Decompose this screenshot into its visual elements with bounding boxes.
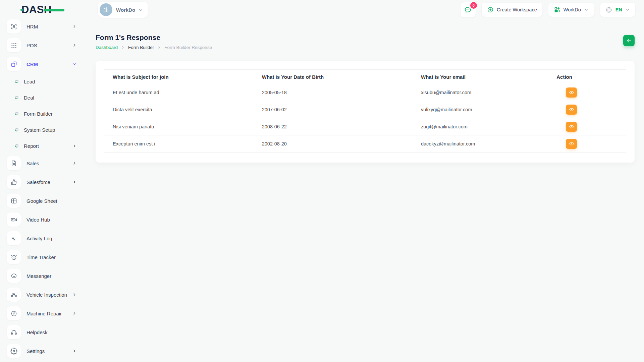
notification-badge: 0	[470, 2, 477, 9]
back-button[interactable]	[623, 35, 635, 46]
sidebar-item-crm[interactable]: CRM	[0, 55, 86, 73]
create-workspace-label: Create Workspace	[497, 7, 537, 12]
chevron-right-icon	[157, 46, 161, 49]
arrow-left-icon	[626, 38, 632, 44]
cell-dob: 2007-06-02	[254, 101, 413, 118]
sidebar-item-pos[interactable]: POS	[0, 36, 86, 55]
gear-icon	[7, 344, 21, 358]
breadcrumb: Dashboard Form Builder Form Builder Resp…	[96, 45, 212, 50]
sidebar-item-machine-repair[interactable]: Machine Repair	[0, 304, 86, 323]
table-header-row: What is Subject for join What is Your Da…	[104, 70, 626, 84]
chevron-right-icon	[72, 180, 77, 184]
breadcrumb-form-builder[interactable]: Form Builder	[128, 45, 154, 50]
document-icon	[7, 156, 21, 170]
thumbs-up-icon	[7, 175, 21, 189]
sidebar-item-form-builder[interactable]: Form Builder	[0, 106, 86, 122]
chevron-down-icon	[625, 7, 630, 12]
cell-dob: 2008-06-22	[254, 118, 413, 135]
chevron-right-icon	[72, 311, 77, 316]
column-header-dob: What is Your Date of Birth	[254, 70, 413, 84]
column-header-action: Action	[548, 70, 626, 84]
workspace-name: WorkDo	[116, 7, 135, 13]
chevron-right-icon	[72, 292, 77, 297]
sidebar-item-activity-log[interactable]: Activity Log	[0, 229, 86, 248]
sidebar-item-google-sheet[interactable]: Google Sheet	[0, 191, 86, 210]
create-workspace-button[interactable]: Create Workspace	[482, 3, 542, 17]
chevron-right-icon	[72, 161, 77, 166]
chevron-right-icon	[72, 349, 77, 353]
pulse-icon	[7, 231, 21, 245]
sidebar-item-hrm[interactable]: HRM	[0, 19, 86, 36]
chevron-down-icon	[584, 7, 589, 12]
bullet-icon	[15, 128, 18, 131]
table-row: Excepturi enim est i 2002-08-20 dacokyz@…	[104, 135, 626, 153]
workspace-grid-icon	[554, 6, 560, 13]
view-response-button[interactable]	[566, 87, 577, 98]
globe-icon	[605, 6, 612, 13]
table-row: Dicta velit exercita 2007-06-02 vulixyq@…	[104, 101, 626, 118]
view-response-button[interactable]	[566, 105, 577, 115]
cell-subject: Et est unde harum ad	[104, 84, 254, 101]
hrm-icon	[7, 19, 21, 34]
gauge-icon	[7, 306, 21, 320]
cell-dob: 2002-08-20	[254, 135, 413, 153]
eye-icon	[569, 107, 574, 112]
sidebar-item-video-hub[interactable]: Video Hub	[0, 210, 86, 229]
workspace-avatar	[100, 3, 112, 16]
app-logo: DASH	[21, 4, 65, 16]
cell-subject: Excepturi enim est i	[104, 135, 254, 153]
sidebar-item-helpdesk[interactable]: Helpdesk	[0, 323, 86, 342]
cell-email: xisubu@mailinator.com	[413, 84, 548, 101]
messages-button[interactable]: 0	[461, 2, 476, 17]
cell-email: vulixyq@mailinator.com	[413, 101, 548, 118]
bullet-icon	[15, 96, 18, 99]
building-icon	[102, 6, 110, 13]
chevron-right-icon	[72, 144, 77, 148]
language-dropdown[interactable]: EN	[600, 3, 635, 17]
sidebar-item-salesforce[interactable]: Salesforce	[0, 173, 86, 191]
chevron-right-icon	[72, 43, 77, 48]
bullet-icon	[15, 112, 18, 115]
eye-icon	[569, 124, 574, 129]
plus-circle-icon	[487, 6, 494, 13]
sidebar-item-system-setup[interactable]: System Setup	[0, 122, 86, 138]
sidebar: HRM POS CRM Lead Deal Form	[0, 19, 86, 362]
spreadsheet-icon	[7, 194, 21, 208]
bullet-icon	[15, 80, 18, 83]
sidebar-item-sales[interactable]: Sales	[0, 154, 86, 173]
sidebar-item-report[interactable]: Report	[0, 138, 86, 154]
chat-bubble-icon	[7, 269, 21, 283]
page-title: Form 1's Response	[96, 34, 212, 42]
sidebar-item-vehicle-inspection[interactable]: Vehicle Inspection	[0, 285, 86, 304]
language-code: EN	[615, 7, 622, 12]
workspace-switcher[interactable]: WorkDo	[98, 2, 148, 18]
view-response-button[interactable]	[566, 139, 577, 149]
breadcrumb-dashboard[interactable]: Dashboard	[96, 45, 118, 50]
eye-icon	[569, 141, 574, 146]
chevron-right-icon	[121, 46, 125, 49]
column-header-subject: What is Subject for join	[104, 70, 254, 84]
view-response-button[interactable]	[566, 122, 577, 132]
sidebar-item-deal[interactable]: Deal	[0, 89, 86, 106]
sidebar-item-settings[interactable]: Settings	[0, 342, 86, 360]
cell-dob: 2005-05-18	[254, 84, 413, 101]
cell-email: dacokyz@mailinator.com	[413, 135, 548, 153]
sidebar-item-messenger[interactable]: Messenger	[0, 266, 86, 285]
video-camera-icon	[7, 213, 21, 227]
sidebar-item-lead[interactable]: Lead	[0, 73, 86, 89]
responses-card: What is Subject for join What is Your Da…	[96, 61, 635, 163]
chevron-right-icon	[72, 24, 77, 29]
motorcycle-icon	[7, 288, 21, 302]
workspace-dropdown[interactable]: WorkDo	[548, 3, 594, 17]
logo-dash-bar	[44, 9, 64, 11]
logo-dot	[20, 9, 23, 11]
column-header-email: What is Your email	[413, 70, 548, 84]
bullet-icon	[15, 144, 18, 147]
sidebar-item-time-tracker[interactable]: Time Tracker	[0, 248, 86, 266]
table-row: Et est unde harum ad 2005-05-18 xisubu@m…	[104, 84, 626, 101]
crm-icon	[7, 57, 21, 71]
workspace-dropdown-label: WorkDo	[564, 7, 581, 12]
chevron-down-icon	[138, 7, 143, 12]
headphones-icon	[7, 325, 21, 339]
pos-icon	[7, 38, 21, 52]
